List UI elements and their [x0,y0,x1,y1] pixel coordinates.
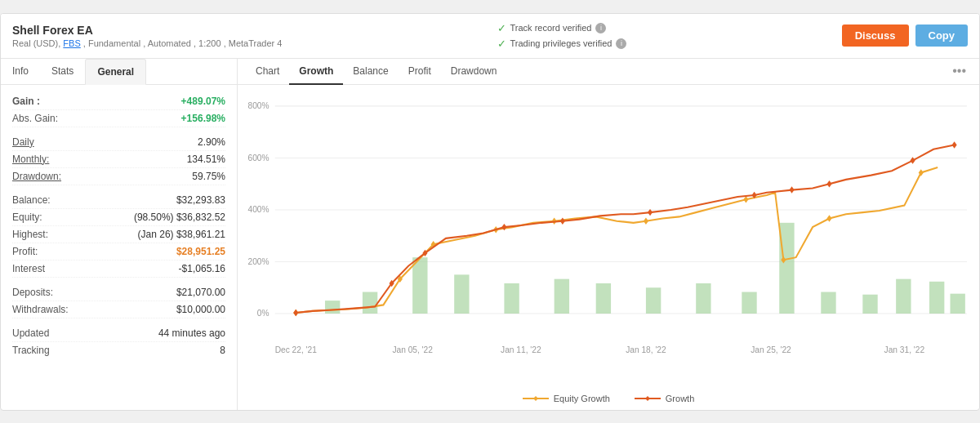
header-left: Shell Forex EA Real (USD), FBS , Fundame… [12,24,282,48]
deposits-label: Deposits: [12,287,53,298]
chart-legend: Equity Growth Growth [246,387,971,410]
equity-growth-legend-icon [523,394,549,403]
svg-rect-24 [696,283,710,313]
chart-tab-profit[interactable]: Profit [399,59,441,83]
tab-stats[interactable]: Stats [40,59,85,85]
growth-legend-icon [635,394,661,403]
stat-balance: Balance: $32,293.83 [12,192,225,209]
profit-label: Profit: [12,246,38,257]
info-icon-1[interactable]: i [595,23,606,33]
svg-text:600%: 600% [248,153,270,162]
svg-rect-18 [412,257,427,314]
profit-value: $28,951.25 [176,246,225,257]
stat-updated: Updated 44 minutes ago [12,325,225,342]
trading-privileges-label: Trading privileges verified [510,38,612,48]
tracking-value: 8 [220,345,225,356]
left-tabs: Info Stats General [1,59,237,85]
balance-label: Balance: [12,194,51,206]
svg-rect-20 [504,283,519,313]
copy-button[interactable]: Copy [915,24,969,47]
svg-marker-54 [533,396,538,401]
header: Shell Forex EA Real (USD), FBS , Fundame… [1,14,979,59]
discuss-button[interactable]: Discuss [842,24,909,47]
highest-label: Highest: [12,229,48,240]
stat-abs-gain: Abs. Gain: +156.98% [12,110,225,127]
daily-label: Daily [12,136,34,148]
chart-tab-chart[interactable]: Chart [246,59,289,83]
svg-rect-25 [742,292,756,313]
svg-rect-21 [555,278,569,313]
abs-gain-label: Abs. Gain: [12,113,58,124]
svg-marker-56 [645,396,650,401]
daily-value: 2.90% [198,136,225,148]
svg-marker-50 [826,180,831,186]
left-panel: Info Stats General Gain : +489.07% Abs. … [1,59,238,410]
withdrawals-label: Withdrawals: [12,304,69,315]
tracking-label: Tracking [12,345,50,356]
check-icon-2: ✓ [497,38,506,50]
svg-text:Jan 25, '22: Jan 25, '22 [751,345,791,354]
svg-rect-31 [950,293,964,313]
chart-more-button[interactable]: ••• [947,59,971,83]
svg-marker-49 [789,186,794,193]
interest-label: Interest [12,263,45,274]
svg-rect-19 [454,274,469,314]
equity-value: (98.50%) $36,832.52 [134,212,225,223]
abs-gain-value: +156.98% [181,113,225,124]
chart-tab-growth[interactable]: Growth [289,59,343,85]
chart-tab-balance[interactable]: Balance [343,59,398,83]
monthly-value: 134.51% [187,154,225,165]
growth-chart: 800% 600% 400% 200% 0% Dec 22, '21 [246,93,971,387]
drawdown-value: 59.75% [192,171,225,182]
svg-marker-52 [952,141,957,148]
svg-rect-23 [646,287,661,314]
svg-rect-29 [896,278,911,313]
svg-text:400%: 400% [248,204,270,213]
stat-tracking: Tracking 8 [12,342,225,358]
drawdown-label: Drawdown: [12,171,61,182]
main-container: Shell Forex EA Real (USD), FBS , Fundame… [0,13,980,411]
balance-value: $32,293.83 [176,194,225,206]
tab-general[interactable]: General [85,59,146,85]
stat-deposits: Deposits: $21,070.00 [12,284,225,301]
svg-rect-16 [325,301,340,314]
stat-daily: Daily 2.90% [12,134,225,151]
fbs-link[interactable]: FBS [63,38,80,48]
growth-label: Growth [666,394,694,403]
chart-tab-drawdown[interactable]: Drawdown [441,59,507,83]
info-icon-2[interactable]: i [616,38,626,49]
gain-value: +489.07% [181,96,225,107]
svg-text:Jan 11, '22: Jan 11, '22 [501,345,541,354]
check-icon-1: ✓ [497,22,506,34]
tab-info[interactable]: Info [1,59,40,85]
verified-track: ✓ Track record verified i [497,22,627,34]
gain-label: Gain : [12,96,40,107]
svg-rect-28 [862,294,877,313]
svg-text:Jan 18, '22: Jan 18, '22 [626,345,666,354]
highest-value: (Jan 26) $38,961.21 [138,229,225,240]
svg-marker-46 [560,217,565,224]
svg-text:Jan 05, '22: Jan 05, '22 [392,345,433,354]
equity-growth-label: Equity Growth [554,394,610,403]
stat-monthly: Monthly: 134.51% [12,151,225,168]
withdrawals-value: $10,000.00 [176,304,225,315]
svg-marker-37 [644,217,648,224]
header-actions: Discuss Copy [842,24,968,47]
svg-text:200%: 200% [248,256,270,265]
stat-equity: Equity: (98.50%) $36,832.52 [12,209,225,226]
track-record-label: Track record verified [510,23,592,33]
legend-growth: Growth [635,394,694,403]
chart-container: 800% 600% 400% 200% 0% Dec 22, '21 [246,93,971,387]
right-panel: Chart Growth Balance Profit Drawdown •••… [238,59,979,410]
svg-rect-30 [929,281,944,313]
stats-panel: Gain : +489.07% Abs. Gain: +156.98% Dail… [1,85,237,367]
interest-value: -$1,065.16 [179,263,225,274]
deposits-value: $21,070.00 [176,287,225,298]
svg-rect-27 [821,292,835,313]
stat-interest: Interest -$1,065.16 [12,260,225,278]
svg-text:0%: 0% [257,309,270,318]
svg-text:Jan 31, '22: Jan 31, '22 [884,345,925,354]
svg-marker-42 [293,309,298,315]
chart-area: 800% 600% 400% 200% 0% Dec 22, '21 [238,85,979,410]
svg-rect-22 [596,283,611,313]
